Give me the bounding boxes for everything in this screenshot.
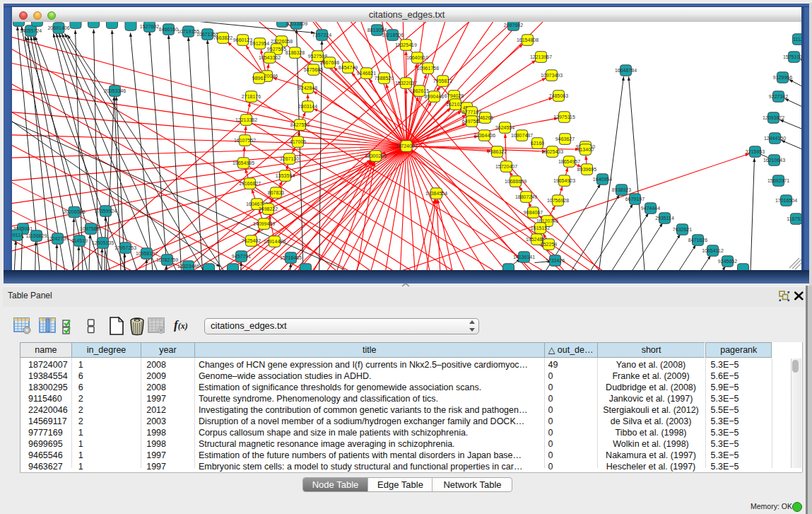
svg-text:10688609: 10688609 [505, 179, 526, 184]
svg-text:18807249: 18807249 [515, 194, 537, 199]
svg-text:18654957: 18654957 [558, 159, 580, 164]
svg-text:9129966: 9129966 [773, 75, 792, 80]
svg-text:1362615: 1362615 [410, 88, 429, 93]
svg-text:19166827: 19166827 [239, 181, 261, 186]
svg-text:16914479: 16914479 [264, 239, 286, 244]
svg-text:1733426: 1733426 [546, 258, 565, 263]
svg-text:1527602: 1527602 [140, 24, 159, 29]
svg-text:16782759: 16782759 [156, 257, 178, 262]
svg-text:14136141: 14136141 [513, 255, 535, 259]
svg-text:9242848: 9242848 [298, 86, 317, 90]
svg-text:7632621: 7632621 [673, 227, 692, 232]
svg-text:9457791: 9457791 [232, 254, 251, 259]
svg-text:8813054: 8813054 [367, 28, 387, 33]
svg-text:10654112: 10654112 [702, 248, 724, 253]
svg-text:12213967: 12213967 [530, 54, 552, 59]
svg-text:3267130: 3267130 [280, 156, 299, 161]
svg-text:18724007: 18724007 [396, 144, 418, 148]
svg-text:8939695: 8939695 [577, 167, 596, 172]
svg-text:19384554: 19384554 [425, 191, 447, 196]
svg-text:16107552: 16107552 [234, 138, 256, 143]
svg-text:10033809: 10033809 [286, 22, 307, 26]
svg-text:12444150: 12444150 [764, 136, 786, 141]
svg-text:20206536: 20206536 [63, 209, 85, 214]
svg-text:1112: 1112 [793, 37, 801, 42]
svg-text:8466160: 8466160 [159, 27, 178, 32]
svg-text:10958107: 10958107 [136, 251, 158, 256]
svg-text:7588520: 7588520 [375, 76, 394, 81]
svg-text:9463627: 9463627 [555, 136, 575, 141]
svg-text:16210643: 16210643 [763, 158, 785, 163]
svg-text:3624554: 3624554 [495, 125, 514, 130]
svg-text:12323446: 12323446 [177, 264, 199, 269]
svg-text:19218506: 19218506 [382, 33, 404, 37]
svg-text:2718176: 2718176 [242, 94, 261, 99]
svg-text:11156829: 11156829 [25, 233, 47, 238]
svg-text:98961: 98961 [252, 76, 266, 81]
svg-text:12093872: 12093872 [763, 115, 784, 120]
svg-text:9084067: 9084067 [524, 210, 543, 215]
svg-text:15692971: 15692971 [767, 178, 789, 183]
svg-text:6679197: 6679197 [625, 197, 645, 201]
svg-text:20691406: 20691406 [47, 25, 69, 30]
svg-text:9227342: 9227342 [769, 94, 788, 99]
svg-text:3498222: 3498222 [259, 206, 278, 211]
svg-text:12242737: 12242737 [47, 236, 69, 241]
svg-text:10543362: 10543362 [259, 55, 281, 60]
svg-text:17957253: 17957253 [114, 245, 136, 250]
svg-text:1167533: 1167533 [787, 216, 801, 221]
svg-text:12975115: 12975115 [553, 115, 575, 119]
svg-text:2935114: 2935114 [655, 216, 674, 221]
svg-text:1353594: 1353594 [276, 173, 295, 178]
svg-text:17359924: 17359924 [95, 209, 117, 214]
svg-text:21364436: 21364436 [473, 133, 495, 138]
svg-text:7386322: 7386322 [488, 149, 507, 154]
svg-text:417006: 417006 [290, 139, 306, 144]
svg-text:10756928: 10756928 [547, 198, 569, 203]
svg-text:14055724: 14055724 [20, 28, 42, 33]
svg-text:5875685: 5875685 [304, 67, 323, 72]
svg-text:16640910: 16640910 [406, 55, 428, 60]
svg-text:8912954: 8912954 [250, 41, 269, 46]
svg-text:7625402: 7625402 [242, 238, 261, 243]
svg-text:11325419: 11325419 [395, 42, 417, 47]
svg-text:2087682: 2087682 [504, 23, 523, 28]
svg-text:9245652: 9245652 [718, 259, 737, 264]
svg-text:12505135: 12505135 [92, 240, 114, 245]
svg-text:39114: 39114 [12, 233, 23, 238]
svg-text:17016504: 17016504 [775, 198, 797, 203]
svg-text:1640954: 1640954 [593, 177, 612, 182]
svg-text:8990448: 8990448 [425, 94, 444, 99]
svg-text:8427552: 8427552 [290, 122, 310, 127]
svg-text:7485063: 7485063 [549, 93, 568, 98]
svg-text:8938923: 8938923 [612, 187, 631, 192]
svg-text:2367608: 2367608 [320, 60, 339, 65]
svg-text:16154808: 16154808 [517, 37, 539, 42]
svg-text:10025433: 10025433 [541, 149, 563, 154]
svg-text:8454749: 8454749 [339, 65, 358, 70]
svg-text:7357224: 7357224 [312, 33, 331, 37]
svg-text:15716485: 15716485 [280, 255, 302, 260]
svg-text:20053346: 20053346 [104, 88, 126, 93]
svg-text:10807487: 10807487 [511, 133, 533, 138]
svg-text:3215953: 3215953 [746, 149, 765, 154]
svg-text:9777169: 9777169 [462, 110, 481, 115]
svg-text:9146821: 9146821 [357, 71, 376, 76]
svg-text:867833: 867833 [268, 190, 284, 195]
svg-text:19654985: 19654985 [233, 160, 254, 165]
svg-text:14099489: 14099489 [253, 221, 275, 226]
svg-text:18300295: 18300295 [365, 153, 387, 158]
svg-text:15751074: 15751074 [783, 54, 801, 59]
svg-text:2803144: 2803144 [298, 104, 317, 109]
svg-text:10975887: 10975887 [80, 226, 102, 231]
svg-text:6794028: 6794028 [445, 93, 464, 98]
svg-text:9474444: 9474444 [641, 206, 660, 211]
svg-text:10973493: 10973493 [541, 73, 563, 78]
svg-text:746266: 746266 [477, 115, 493, 120]
svg-text:114519: 114519 [71, 238, 88, 243]
svg-text:12213382: 12213382 [235, 117, 257, 122]
svg-text:23226058: 23226058 [271, 39, 293, 44]
svg-text:1615152: 1615152 [531, 226, 550, 230]
svg-text:7955812: 7955812 [433, 78, 452, 83]
svg-text:16648784: 16648784 [615, 68, 637, 73]
